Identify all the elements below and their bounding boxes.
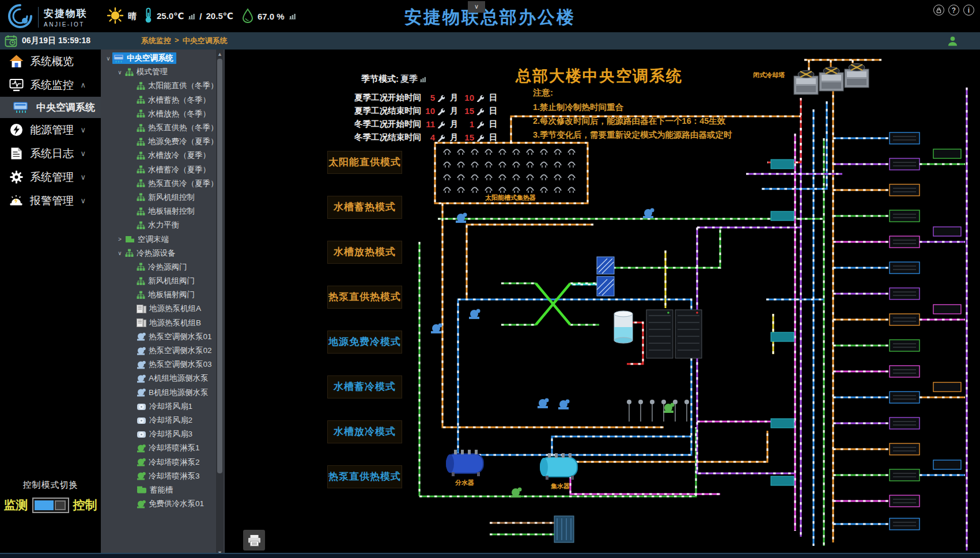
sidebar-item-2[interactable]: 中央空调系统 bbox=[0, 97, 101, 118]
tree-item[interactable]: 热泵直供热（冬季） bbox=[101, 121, 216, 135]
tree-item-label: 水槽蓄冷（夏季） bbox=[148, 165, 210, 175]
sidebar-item-6[interactable]: 报警管理 ∨ bbox=[0, 189, 101, 212]
scrollbar-thumb[interactable] bbox=[217, 59, 222, 473]
tree-item[interactable]: 冷却塔风扇1 bbox=[101, 400, 216, 413]
window-edge bbox=[0, 553, 980, 558]
org-icon bbox=[137, 179, 145, 188]
tree-item[interactable]: 冷却塔风扇2 bbox=[101, 413, 216, 427]
chevron-right-icon[interactable]: > bbox=[116, 236, 124, 242]
tree-item[interactable]: 地源免费冷（夏季） bbox=[101, 135, 216, 149]
mode-button-3[interactable]: 热泵直供热模式 bbox=[327, 286, 402, 309]
mode-button-2[interactable]: 水槽放热模式 bbox=[327, 241, 402, 264]
tree-item[interactable]: 地源热泵机组B bbox=[101, 316, 216, 330]
mode-toggle[interactable] bbox=[32, 498, 69, 513]
tree-item[interactable]: 新风机组控制 bbox=[101, 191, 216, 204]
title-collapse-button[interactable]: ∨ bbox=[468, 1, 485, 13]
mode-button-4[interactable]: 地源免费冷模式 bbox=[327, 331, 402, 354]
mode-button-0[interactable]: 太阳能直供模式 bbox=[327, 151, 402, 174]
tree-item-label: B机组地源侧水泵 bbox=[149, 388, 209, 398]
org-icon bbox=[137, 96, 145, 104]
chevron-down-icon[interactable]: ∨ bbox=[116, 250, 124, 256]
user-icon[interactable] bbox=[947, 36, 958, 48]
scroll-up-icon[interactable]: ▲ bbox=[216, 51, 224, 57]
tree-item-label: 水槽放冷（夏季） bbox=[148, 150, 210, 161]
chevron-down-icon[interactable]: ∨ bbox=[104, 55, 112, 62]
sidebar-item-4[interactable]: 系统日志 ∨ bbox=[0, 142, 101, 165]
print-button[interactable] bbox=[243, 530, 265, 551]
mode-button-1[interactable]: 水槽蓄热模式 bbox=[327, 196, 402, 219]
org-icon bbox=[125, 68, 134, 77]
tree-item[interactable]: 太阳能直供（冬季） bbox=[101, 79, 216, 93]
tree-item[interactable]: ∨ 模式管理 bbox=[101, 65, 216, 79]
cooling-towers bbox=[794, 64, 869, 95]
tree-item[interactable]: 水槽放热（冬季） bbox=[101, 107, 216, 121]
tree-item-label: 热泵直供热（冬季） bbox=[148, 123, 218, 133]
sidebar-item-1[interactable]: 系统监控 ∧ bbox=[0, 73, 101, 97]
tree-item[interactable]: 水槽蓄热（冬季） bbox=[101, 93, 216, 107]
mode-button-5[interactable]: 水槽蓄冷模式 bbox=[327, 375, 402, 398]
mode-button-6[interactable]: 水槽放冷模式 bbox=[327, 420, 402, 443]
pump-blue-icon bbox=[137, 332, 146, 341]
chevron-down-icon[interactable]: ∨ bbox=[116, 69, 124, 75]
tank-icon bbox=[137, 486, 147, 494]
tree-item[interactable]: 蓄能槽 bbox=[101, 483, 216, 497]
pump-green-icon bbox=[137, 500, 146, 508]
chevron-down-icon[interactable]: ∨ bbox=[80, 149, 86, 158]
solar-collector-label: 太阳能槽式集热器 bbox=[485, 194, 536, 202]
tree-item[interactable]: 热泵空调侧水泵03 bbox=[101, 358, 216, 371]
org-icon bbox=[137, 291, 145, 299]
tree-item[interactable]: 新风机组阀门 bbox=[101, 274, 216, 288]
chevron-up-icon[interactable]: ∧ bbox=[80, 81, 86, 89]
breadcrumb-current[interactable]: 中央空调系统 bbox=[183, 36, 228, 46]
tree-item[interactable]: 水槽放冷（夏季） bbox=[101, 149, 216, 162]
sidebar-item-5[interactable]: 系统管理 ∨ bbox=[0, 165, 101, 189]
org-icon bbox=[137, 277, 145, 286]
tree-item[interactable]: ∨ 中央空调系统 bbox=[101, 51, 216, 65]
tree-item[interactable]: 免费供冷水泵01 bbox=[101, 497, 216, 511]
settings-icon bbox=[7, 170, 25, 184]
tree-item[interactable]: 地板辐射阀门 bbox=[101, 288, 216, 302]
chevron-down-icon[interactable]: ∨ bbox=[80, 126, 86, 134]
crossover-pipes bbox=[536, 283, 570, 325]
info-icon[interactable]: i bbox=[963, 5, 974, 16]
mode-button-7[interactable]: 热泵直供热模式 bbox=[327, 465, 402, 488]
help-icon[interactable]: ? bbox=[948, 5, 959, 16]
chevron-down-icon[interactable]: ∨ bbox=[80, 196, 86, 205]
free-cooling-unit bbox=[554, 516, 574, 542]
season-mode-label: 季节模式: bbox=[361, 74, 399, 85]
tree-scrollbar[interactable]: ▲ ▼ bbox=[216, 50, 224, 558]
lock-icon[interactable] bbox=[933, 5, 944, 16]
control-switch-title: 控制模式切换 bbox=[0, 480, 101, 491]
printer-icon bbox=[248, 534, 261, 546]
tree-item[interactable]: 热泵直供冷（夏季） bbox=[101, 177, 216, 191]
org-icon bbox=[137, 221, 145, 230]
tree-item[interactable]: 热泵空调侧水泵02 bbox=[101, 344, 216, 358]
tree-item[interactable]: 冷却塔喷淋泵1 bbox=[101, 441, 216, 455]
breadcrumb-parent[interactable]: 系统监控 bbox=[141, 36, 171, 46]
tree-item[interactable]: > 空调末端 bbox=[101, 232, 216, 246]
chevron-down-icon[interactable]: ∨ bbox=[80, 173, 86, 181]
tree-item[interactable]: 地源热泵机组A bbox=[101, 302, 216, 316]
tree-item[interactable]: 冷热源阀门 bbox=[101, 260, 216, 274]
tree-item[interactable]: A机组地源侧水泵 bbox=[101, 371, 216, 385]
tree-item[interactable]: 冷却塔喷淋泵3 bbox=[101, 469, 216, 483]
tree-item[interactable]: 冷却塔风扇3 bbox=[101, 427, 216, 441]
fan-icon bbox=[137, 403, 146, 411]
tree-item[interactable]: 地板辐射控制 bbox=[101, 204, 216, 218]
sidebar-item-3[interactable]: 能源管理 ∨ bbox=[0, 118, 101, 142]
alarm-icon bbox=[7, 194, 25, 207]
toggle-off-segment[interactable] bbox=[55, 500, 66, 510]
tree-item[interactable]: ∨ 冷热源设备 bbox=[101, 246, 216, 260]
tree-item[interactable]: 热泵空调侧水泵01 bbox=[101, 330, 216, 344]
toggle-on-segment[interactable] bbox=[35, 500, 54, 510]
tree-item[interactable]: 水力平衡 bbox=[101, 218, 216, 232]
tree-item[interactable]: B机组地源侧水泵 bbox=[101, 386, 216, 400]
machine-icon bbox=[137, 305, 146, 313]
tree-item-label: 热泵空调侧水泵03 bbox=[149, 359, 212, 370]
tree-item[interactable]: 水槽蓄冷（夏季） bbox=[101, 163, 216, 177]
tree-item[interactable]: 冷却塔喷淋泵2 bbox=[101, 455, 216, 469]
tree-item-label: 空调末端 bbox=[138, 234, 169, 245]
sidebar-item-0[interactable]: 系统概览 bbox=[0, 50, 101, 73]
tree-item-label: 地源热泵机组A bbox=[149, 303, 201, 314]
monitor-icon bbox=[7, 78, 25, 92]
